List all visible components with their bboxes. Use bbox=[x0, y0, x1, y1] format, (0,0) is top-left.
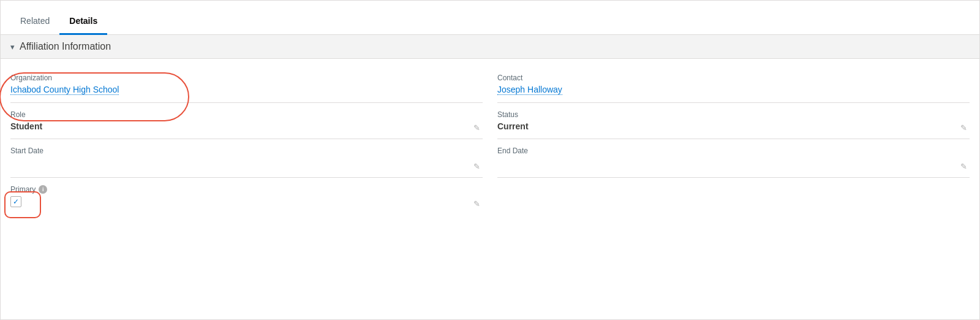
tab-related[interactable]: Related bbox=[10, 16, 59, 35]
fields-row-org-contact: Organization Ichabod County High School … bbox=[10, 69, 970, 103]
fields-container: Organization Ichabod County High School … bbox=[1, 59, 979, 215]
org-circle-wrapper: Ichabod County High School bbox=[10, 85, 119, 95]
primary-info-icon: i bbox=[39, 185, 47, 194]
field-organization: Organization Ichabod County High School bbox=[10, 69, 483, 103]
status-edit-icon[interactable]: ✎ bbox=[960, 123, 967, 132]
fields-row-dates: Start Date ✎ End Date ✎ bbox=[10, 142, 970, 178]
start-date-label: Start Date bbox=[10, 147, 468, 155]
role-label: Role bbox=[10, 110, 468, 119]
field-end-date: End Date ✎ bbox=[497, 142, 970, 178]
section-title: Affiliation Information bbox=[20, 41, 111, 52]
field-status: Status Current ✎ bbox=[497, 105, 970, 139]
start-date-value bbox=[10, 158, 468, 170]
organization-label: Organization bbox=[10, 74, 468, 82]
field-start-date: Start Date ✎ bbox=[10, 142, 483, 178]
chevron-icon: ▾ bbox=[10, 42, 15, 51]
end-date-value bbox=[497, 158, 955, 170]
section-header[interactable]: ▾ Affiliation Information bbox=[1, 35, 979, 59]
field-role: Role Student ✎ bbox=[10, 105, 483, 139]
fields-row-primary: Primary i ✓ ✎ bbox=[10, 180, 970, 215]
tabs-bar: Related Details bbox=[1, 1, 979, 35]
end-date-edit-icon[interactable]: ✎ bbox=[960, 162, 967, 171]
role-value: Student bbox=[10, 121, 468, 131]
field-contact: Contact Joseph Halloway bbox=[497, 69, 970, 103]
end-date-label: End Date bbox=[497, 147, 955, 155]
status-value: Current bbox=[497, 121, 955, 131]
field-primary: Primary i ✓ ✎ bbox=[10, 180, 483, 215]
primary-checkbox[interactable]: ✓ bbox=[10, 196, 21, 207]
contact-value[interactable]: Joseph Halloway bbox=[497, 85, 562, 95]
page-container: Related Details ▾ Affiliation Informatio… bbox=[0, 0, 980, 320]
tab-details[interactable]: Details bbox=[59, 16, 107, 35]
start-date-edit-icon[interactable]: ✎ bbox=[473, 162, 480, 171]
primary-label: Primary i bbox=[10, 185, 468, 194]
checkbox-circle-wrapper: ✓ bbox=[10, 196, 21, 207]
checkbox-red-oval-annotation bbox=[4, 191, 41, 218]
role-edit-icon[interactable]: ✎ bbox=[473, 123, 480, 132]
checkbox-wrapper: ✓ bbox=[10, 196, 21, 207]
field-primary-right bbox=[497, 180, 970, 215]
fields-row-role-status: Role Student ✎ Status Current ✎ bbox=[10, 105, 970, 139]
contact-label: Contact bbox=[497, 74, 955, 82]
organization-value[interactable]: Ichabod County High School bbox=[10, 85, 119, 95]
status-label: Status bbox=[497, 110, 955, 119]
primary-edit-icon[interactable]: ✎ bbox=[473, 199, 480, 208]
